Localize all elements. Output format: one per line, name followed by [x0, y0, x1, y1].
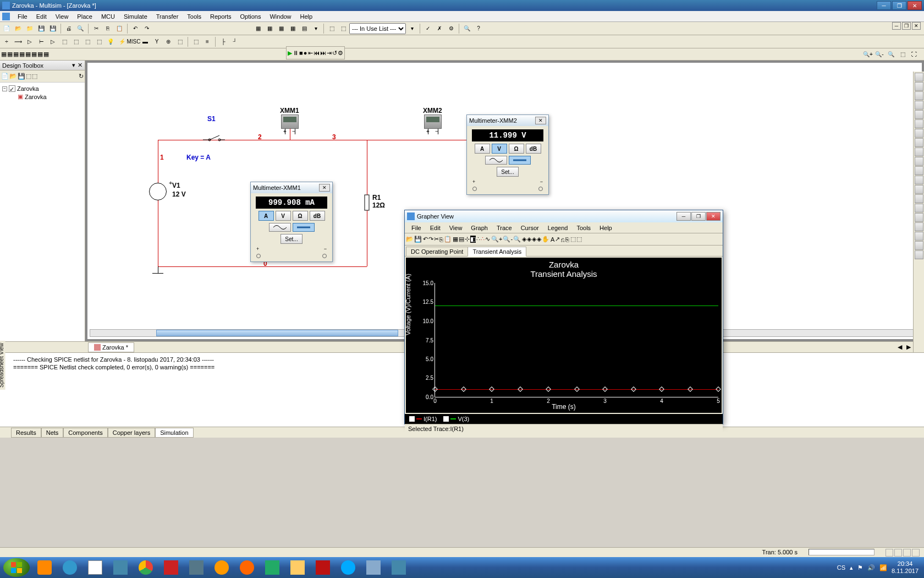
gmenu-tools[interactable]: Tools: [572, 223, 595, 232]
tray-up-icon[interactable]: ▴: [850, 564, 853, 571]
taskbar-app1[interactable]: [160, 558, 183, 577]
dt-open-icon[interactable]: 📂: [9, 73, 17, 80]
step6-icon[interactable]: ⚙: [338, 50, 343, 57]
transistor-icon[interactable]: ⊢: [36, 36, 47, 47]
mm1-close[interactable]: ✕: [319, 184, 330, 192]
menu-reports[interactable]: Reports: [206, 12, 236, 21]
v2-icon[interactable]: ▦: [7, 51, 13, 58]
multimeter-xmm1-icon[interactable]: +−: [280, 114, 300, 139]
ctab-nets[interactable]: Nets: [41, 428, 64, 438]
ctab-components[interactable]: Components: [63, 428, 107, 438]
grid5-icon[interactable]: ▤: [299, 23, 310, 34]
taskbar-app4[interactable]: [362, 558, 385, 577]
start-button[interactable]: [3, 558, 30, 577]
gmenu-view[interactable]: View: [445, 223, 467, 232]
gt-cursor-icon[interactable]: ⊹: [465, 236, 470, 243]
grapher-plot[interactable]: Zarovka Transient Analysis Voltage (V)/C…: [406, 258, 722, 413]
instr5-icon[interactable]: [915, 110, 923, 119]
instr3-icon[interactable]: [915, 91, 923, 100]
taskbar-ie[interactable]: [58, 558, 81, 577]
instr18-icon[interactable]: [915, 232, 923, 241]
voltage-source-v1[interactable]: [149, 183, 167, 200]
status-i1[interactable]: [886, 549, 893, 557]
tray-clock[interactable]: 20:34 8.11.2017: [892, 560, 919, 575]
basic-icon[interactable]: ⟿: [13, 36, 24, 47]
place1-icon[interactable]: ├: [218, 36, 229, 47]
misc2-icon[interactable]: MISC: [128, 36, 139, 47]
multimeter-xmm1-window[interactable]: Multimeter-XMM1 ✕ 999.908 mA A V Ω dB Se…: [250, 182, 333, 262]
legend-v3-check[interactable]: ✓: [443, 416, 449, 422]
menu-transfer[interactable]: Transfer: [152, 12, 183, 21]
instr12-icon[interactable]: [915, 176, 923, 184]
ctab-results[interactable]: Results: [11, 428, 41, 438]
tray-net-icon[interactable]: 📶: [879, 564, 887, 571]
tool-icon[interactable]: ⚙: [446, 23, 457, 34]
mm2-dc-button[interactable]: [509, 156, 531, 165]
power-icon[interactable]: ⚡: [117, 36, 128, 47]
mm1-btn-ohm[interactable]: Ω: [293, 211, 308, 221]
legend-ir1-check[interactable]: ✓: [409, 416, 415, 422]
hier-icon[interactable]: ⬚: [190, 36, 201, 47]
gt-grid-icon[interactable]: ▦: [453, 236, 458, 243]
gtab-transient[interactable]: Transient Analysis: [468, 247, 526, 257]
instr17-icon[interactable]: [915, 222, 923, 231]
instr15-icon[interactable]: [915, 204, 923, 212]
pause-icon[interactable]: ⏸: [293, 50, 299, 56]
mm1-btn-db[interactable]: dB: [310, 211, 325, 221]
taskbar-chrome[interactable]: [134, 558, 157, 577]
menu-mcu[interactable]: MCU: [97, 12, 119, 21]
mm1-titlebar[interactable]: Multimeter-XMM1 ✕: [251, 182, 332, 193]
tree-checkbox[interactable]: ✓: [9, 85, 15, 92]
gt-copy-icon[interactable]: ⎘: [439, 236, 443, 243]
gt-bw-icon[interactable]: ◧: [470, 236, 476, 243]
misc-icon[interactable]: ⬚: [82, 36, 93, 47]
comp2-icon[interactable]: ⬚: [338, 23, 349, 34]
gt-hand-icon[interactable]: ✋: [542, 236, 549, 243]
step3-icon[interactable]: ⏭: [320, 50, 326, 56]
zoomfit-icon[interactable]: 🔍: [886, 48, 897, 59]
instr16-icon[interactable]: [915, 213, 923, 222]
new-icon[interactable]: 📄: [1, 23, 12, 34]
gmenu-graph[interactable]: Graph: [466, 223, 492, 232]
zoomin-icon[interactable]: 🔍+: [862, 48, 873, 59]
bus-icon[interactable]: ≡: [202, 36, 213, 47]
taskbar-multisim[interactable]: [387, 558, 410, 577]
menu-file[interactable]: File: [13, 12, 32, 21]
resistor-r1[interactable]: [364, 193, 370, 212]
gt-cut-icon[interactable]: ✂: [434, 236, 439, 243]
grapher-titlebar[interactable]: Grapher View ─ ❐ ✕: [405, 210, 723, 222]
taskbar-skype[interactable]: [337, 558, 360, 577]
gt-x2-icon[interactable]: ⎘: [565, 236, 569, 243]
mm2-btn-a[interactable]: A: [475, 144, 490, 154]
grid4-icon[interactable]: ▦: [287, 23, 298, 34]
comp1-icon[interactable]: ⬚: [326, 23, 337, 34]
gt-open-icon[interactable]: 📂: [406, 236, 414, 243]
taskbar-calc[interactable]: [109, 558, 132, 577]
v4-icon[interactable]: ▦: [19, 51, 25, 58]
gt-text-icon[interactable]: A: [551, 236, 554, 243]
mdi-close[interactable]: ✕: [912, 22, 921, 30]
instr9-icon[interactable]: [915, 148, 923, 156]
ttl-icon[interactable]: ⬚: [59, 36, 70, 47]
taskbar-mediaplayer[interactable]: [33, 558, 56, 577]
ctab-simulation[interactable]: Simulation: [155, 428, 193, 438]
design-toolbox-close[interactable]: ✕: [78, 62, 82, 69]
gt-m3-icon[interactable]: ◈: [532, 236, 536, 243]
status-i3[interactable]: [903, 549, 911, 557]
zoomarea-icon[interactable]: ⬚: [897, 48, 908, 59]
taskbar-explorer[interactable]: [286, 558, 309, 577]
status-i2[interactable]: [894, 549, 902, 557]
preview-icon[interactable]: 🔍: [75, 23, 86, 34]
inuse-select[interactable]: --- In Use List ---: [349, 23, 406, 34]
gt-m4-icon[interactable]: ◈: [537, 236, 541, 243]
instr1-icon[interactable]: [915, 73, 923, 81]
mm2-titlebar[interactable]: Multimeter-XMM2 ✕: [467, 115, 548, 126]
grid3-icon[interactable]: ▦: [276, 23, 287, 34]
maximize-button[interactable]: ❐: [892, 1, 906, 10]
grapher-window[interactable]: Grapher View ─ ❐ ✕ File Edit View Graph …: [404, 210, 723, 424]
mm2-term-plus[interactable]: [472, 187, 477, 191]
open-icon[interactable]: 📂: [13, 23, 24, 34]
taskbar-firefox[interactable]: [235, 558, 258, 577]
doc-tab-zarovka[interactable]: Zarovka *: [88, 342, 134, 352]
instr2-icon[interactable]: [915, 82, 923, 91]
